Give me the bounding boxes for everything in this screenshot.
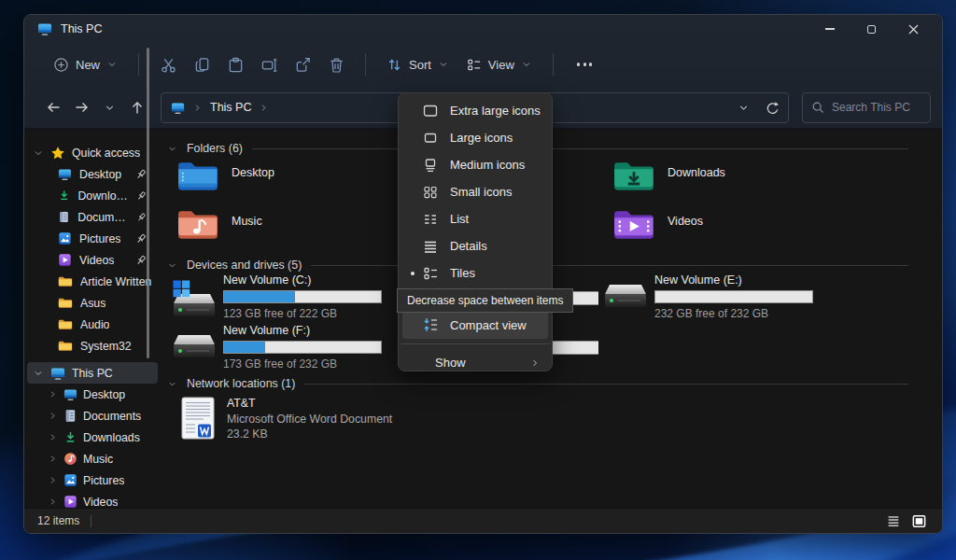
sidebar-item-videos[interactable]: Videos <box>27 249 158 271</box>
item-count: 12 items <box>37 514 79 527</box>
back-button[interactable] <box>41 95 65 119</box>
sidebar-item-pc-documents[interactable]: Documents <box>27 405 158 427</box>
network-section-header[interactable]: Network locations (1) <box>167 377 908 390</box>
sidebar-item-pc-desktop[interactable]: Desktop <box>27 384 158 405</box>
sidebar-item-audio[interactable]: Audio <box>27 314 158 335</box>
chevron-right-icon <box>192 103 203 113</box>
desktop-background: This PC New <box>0 0 956 560</box>
toolbar-divider <box>365 53 366 76</box>
sort-button-label: Sort <box>409 58 431 72</box>
sidebar-item-pc-downloads[interactable]: Downloads <box>27 427 158 448</box>
sidebar-item-pc-music[interactable]: Music <box>27 448 158 469</box>
sidebar-item-documents[interactable]: Documents <box>27 206 158 228</box>
paste-button[interactable] <box>218 49 252 80</box>
large-thumbnails-view-toggle[interactable] <box>908 511 929 530</box>
drive-usage-fill <box>224 342 265 353</box>
sidebar-item-downloads[interactable]: Downloads <box>27 185 158 206</box>
chevron-right-icon <box>529 357 541 369</box>
sidebar-item-article-written[interactable]: Article Written <box>27 271 158 292</box>
list-view-icon <box>422 211 439 228</box>
tile-label: Videos <box>668 206 703 242</box>
chevron-down-icon <box>438 59 449 70</box>
sidebar-item-label: Videos <box>83 496 118 509</box>
copy-icon <box>193 56 211 74</box>
section-header-label: Devices and drives (5) <box>187 259 302 272</box>
sidebar-item-label: Audio <box>80 318 109 331</box>
sidebar-item-pc-pictures[interactable]: Pictures <box>27 469 158 491</box>
drive-f[interactable]: New Volume (F:) 173 GB free of 232 GB <box>172 324 382 371</box>
folder-icon <box>612 206 655 242</box>
menu-item-tiles[interactable]: Tiles <box>399 259 552 287</box>
folder-tile-downloads[interactable]: Downloads <box>612 158 725 193</box>
drive-icon <box>172 279 217 320</box>
sidebar-item-quick-access[interactable]: Quick access <box>27 142 158 163</box>
menu-item-compact-view[interactable]: Compact view <box>402 311 548 339</box>
menu-item-large-icons[interactable]: Large icons <box>399 124 552 151</box>
sidebar-item-label: Videos <box>79 254 114 267</box>
close-icon <box>908 24 919 35</box>
menu-item-label: Extra large icons <box>450 104 541 118</box>
close-button[interactable] <box>893 15 935 43</box>
delete-button[interactable] <box>319 49 353 80</box>
sidebar-item-this-pc[interactable]: This PC <box>27 362 158 384</box>
tile-label: Desktop <box>232 158 274 193</box>
drive-icon <box>172 333 217 361</box>
forward-button[interactable] <box>69 95 93 119</box>
this-pc-icon <box>50 366 65 381</box>
sort-icon <box>387 57 402 73</box>
sidebar-item-desktop[interactable]: Desktop <box>27 163 158 185</box>
pin-icon <box>135 169 147 180</box>
share-button[interactable] <box>286 49 319 80</box>
pin-icon <box>136 212 147 223</box>
sidebar-item-system32[interactable]: System32 <box>27 335 158 357</box>
menu-item-medium-icons[interactable]: Medium icons <box>399 151 552 178</box>
recent-locations-button[interactable] <box>97 95 121 119</box>
refresh-icon[interactable] <box>765 101 779 115</box>
sidebar-item-label: Desktop <box>83 388 125 401</box>
toolbar-divider <box>138 53 139 76</box>
maximize-icon <box>867 25 876 34</box>
folder-tile-music[interactable]: Music <box>176 206 262 242</box>
sidebar-item-label: Quick access <box>72 147 140 160</box>
view-button[interactable]: View <box>457 50 541 79</box>
menu-item-small-icons[interactable]: Small icons <box>399 178 552 205</box>
search-box[interactable] <box>802 92 931 123</box>
folder-tile-desktop[interactable]: Desktop <box>176 158 274 193</box>
rename-button[interactable] <box>252 49 286 80</box>
minimize-button[interactable] <box>808 15 851 43</box>
drive-e[interactable]: New Volume (E:) 232 GB free of 232 GB <box>603 273 813 320</box>
drive-usage-fill <box>224 291 295 302</box>
breadcrumb[interactable]: This PC <box>210 101 251 114</box>
pictures-icon <box>58 231 72 245</box>
network-item-att[interactable]: AT&T Microsoft Office Word Document 23.2… <box>181 397 392 441</box>
window-controls <box>808 15 935 43</box>
cut-button[interactable] <box>151 49 185 80</box>
sidebar-item-label: Music <box>83 453 113 466</box>
folder-tile-videos[interactable]: Videos <box>612 206 703 242</box>
chevron-down-icon[interactable] <box>738 102 750 114</box>
menu-item-list[interactable]: List <box>399 205 552 232</box>
sidebar-item-asus[interactable]: Asus <box>27 292 158 314</box>
search-input[interactable] <box>832 101 921 114</box>
share-icon <box>294 56 312 74</box>
new-button[interactable]: New <box>45 50 126 79</box>
rename-icon <box>260 56 278 74</box>
medium-icons-icon <box>422 157 439 174</box>
delete-icon <box>328 56 345 74</box>
chevron-down-icon <box>167 379 177 389</box>
drive-icon <box>603 283 648 311</box>
sidebar-scrollbar[interactable] <box>147 48 149 358</box>
details-view-icon <box>422 238 439 255</box>
maximize-button[interactable] <box>851 15 893 43</box>
sort-button[interactable]: Sort <box>378 50 457 79</box>
documents-icon <box>63 409 77 423</box>
menu-item-extra-large-icons[interactable]: Extra large icons <box>399 97 552 124</box>
more-options-button[interactable] <box>566 63 604 65</box>
copy-button[interactable] <box>185 49 218 80</box>
details-view-toggle[interactable] <box>883 511 904 530</box>
sidebar-item-pictures[interactable]: Pictures <box>27 228 158 249</box>
sidebar-item-label: Downloads <box>83 431 140 444</box>
drive-c[interactable]: New Volume (C:) 123 GB free of 222 GB <box>172 273 382 320</box>
menu-item-show[interactable]: Show <box>399 349 552 376</box>
menu-item-details[interactable]: Details <box>399 232 552 259</box>
